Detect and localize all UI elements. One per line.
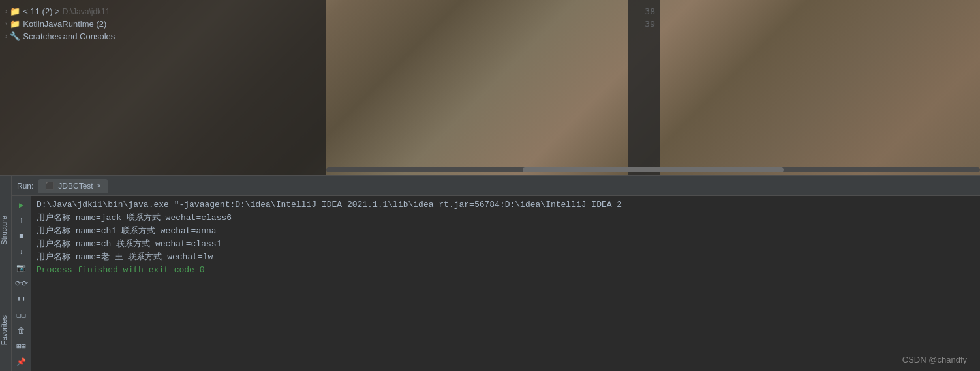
tree-item-kotlin-label: KotlinJavaRuntime (2) [23, 19, 106, 29]
kotlin-icon: 📁 [10, 19, 20, 29]
tree-item-scratches-label: Scratches and Consoles [23, 31, 115, 41]
tree-arrow-kotlin: › [5, 20, 7, 27]
stop-button[interactable] [14, 230, 29, 243]
tree-item-kotlin[interactable]: › 📁 KotlinJavaRuntime (2) [0, 18, 326, 30]
tree-item-scratches[interactable]: › 🔧 Scratches and Consoles [0, 30, 326, 42]
console-output: D:\Java\jdk11\bin\java.exe "-javaagent:D… [31, 196, 980, 371]
run-button[interactable] [14, 199, 29, 212]
tab-name: JDBCTest [58, 182, 93, 191]
play-icon [19, 201, 23, 210]
run-tab-jdbctest[interactable]: ⬛ JDBCTest × [38, 179, 107, 193]
tree-item-jdk-path: D:\Java\jdk11 [63, 7, 110, 16]
rerun-icon: ⟳ [15, 279, 28, 289]
tree-arrow-scratches: › [5, 33, 7, 40]
console-line-0: D:\Java\jdk11\bin\java.exe "-javaagent:D… [37, 199, 975, 212]
console-line-4: 用户名称 name=老 王 联系方式 wechat=lw [37, 251, 975, 264]
console-line-2: 用户名称 name=ch1 联系方式 wechat=anna [37, 225, 975, 238]
tree-item-jdk-label: < 11 (2) > [23, 7, 59, 16]
down-icon [19, 248, 23, 257]
tab-console-icon: ⬛ [45, 182, 54, 190]
console-toolbar: 📷 ⟳ ⬇ ❑ 🗑 ⊞ 📌 [12, 196, 31, 371]
grid-button[interactable]: ⊞ [14, 340, 29, 353]
import-icon: ⬇ [16, 295, 25, 304]
up-icon [19, 216, 23, 225]
console-line-3: 用户名称 name=ch 联系方式 wechat=class1 [37, 238, 975, 251]
copy-button[interactable]: ❑ [14, 308, 29, 321]
line-num-38: 38 [628, 5, 655, 18]
line-num-39: 39 [628, 18, 655, 30]
watermark: CSDN @chandfy [902, 355, 967, 364]
line-numbers: 38 39 [628, 0, 660, 175]
structure-label[interactable]: Structure [0, 216, 12, 245]
top-panel: › 📁 < 11 (2) > D:\Java\jdk11 › 📁 KotlinJ… [0, 0, 980, 175]
project-tree: › 📁 < 11 (2) > D:\Java\jdk11 › 📁 KotlinJ… [0, 0, 326, 175]
run-panel: Run: ⬛ JDBCTest × 📷 [12, 176, 980, 371]
scroll-down-button[interactable] [14, 246, 29, 259]
favorites-label[interactable]: Favorites [0, 315, 12, 345]
trash-icon: 🗑 [18, 326, 25, 336]
run-tab-bar: Run: ⬛ JDBCTest × [12, 176, 980, 196]
tab-close-button[interactable]: × [97, 182, 101, 189]
scroll-up-button[interactable] [14, 214, 29, 227]
rerun-button[interactable]: ⟳ [14, 277, 29, 290]
import-button[interactable]: ⬇ [14, 293, 29, 306]
jdk-icon: 📁 [10, 7, 20, 16]
pin-button[interactable]: 📌 [14, 355, 29, 368]
copy-icon: ❑ [16, 310, 25, 320]
grid-icon: ⊞ [16, 342, 25, 351]
stop-icon [19, 232, 23, 241]
tree-item-jdk[interactable]: › 📁 < 11 (2) > D:\Java\jdk11 [0, 5, 326, 18]
console-line-6: Process finished with exit code 0 [37, 264, 975, 277]
console-area: 📷 ⟳ ⬇ ❑ 🗑 ⊞ 📌 D:\Java\jdk11\bin\java [12, 196, 980, 371]
run-label: Run: [17, 182, 33, 191]
scrollbar-thumb [523, 167, 784, 172]
tree-arrow: › [5, 8, 7, 15]
screenshot-button[interactable]: 📷 [14, 261, 29, 274]
camera-icon: 📷 [16, 263, 26, 273]
scratches-icon: 🔧 [10, 31, 20, 41]
top-scrollbar[interactable] [326, 167, 980, 172]
far-left-labels: Structure Favorites [0, 176, 12, 371]
pin-icon: 📌 [16, 357, 26, 367]
delete-button[interactable]: 🗑 [14, 324, 29, 337]
console-line-1: 用户名称 name=jack 联系方式 wechat=class6 [37, 212, 975, 225]
